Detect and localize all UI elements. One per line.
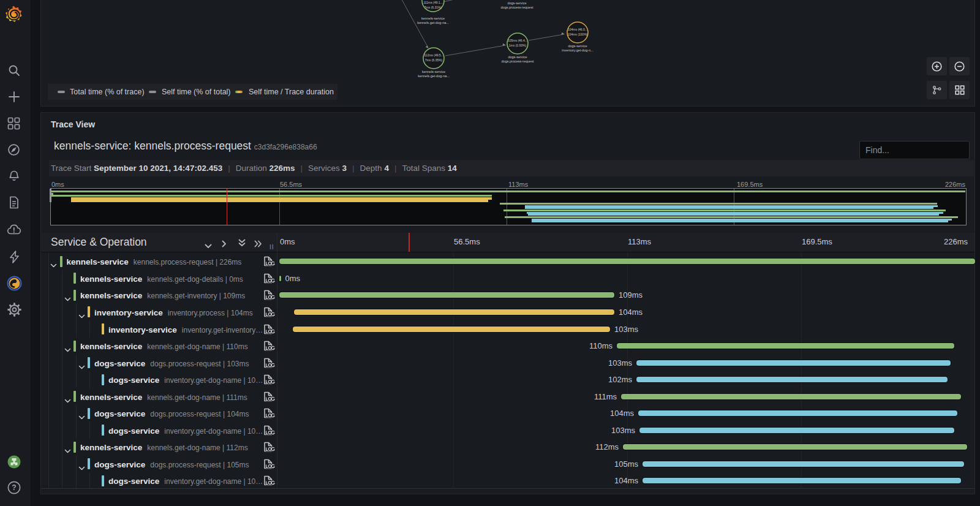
svg-text:?: ? (12, 483, 16, 492)
